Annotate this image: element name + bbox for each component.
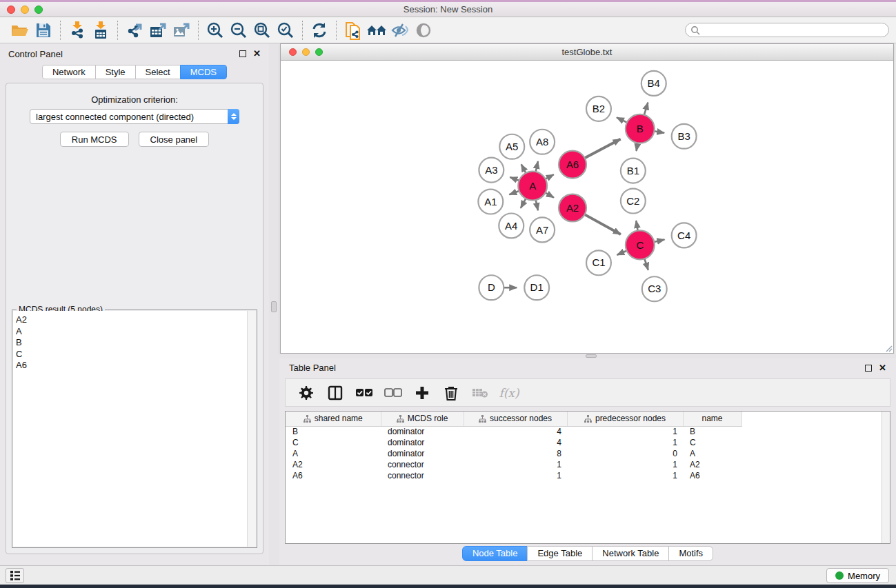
zoom-selected-button[interactable] [274,20,297,41]
search-field[interactable] [685,23,889,37]
horizontal-split-divider[interactable] [279,354,896,358]
result-list-item[interactable]: C [16,349,256,361]
graph-node-D[interactable]: D [479,275,504,300]
refresh-view-button[interactable] [308,20,331,41]
column-layout-button[interactable] [326,383,345,403]
hide-panels-button[interactable] [388,20,412,41]
node-table[interactable]: shared nameMCDS rolesuccessor nodesprede… [285,411,890,544]
import-table-button[interactable] [89,20,112,41]
edge-A-A2[interactable] [546,193,554,198]
table-cell[interactable]: 1 [464,459,567,470]
graph-node-C4[interactable]: C4 [672,223,697,247]
edge-A2-C[interactable] [585,214,621,234]
edge-A-A4[interactable] [521,199,526,208]
graph-node-A2[interactable]: A2 [559,194,586,222]
table-cell[interactable]: dominator [381,437,464,448]
tab-node-table[interactable]: Node Table [462,546,528,561]
edge-B-B4[interactable] [644,103,648,115]
table-row[interactable]: Adominator80A [286,448,741,459]
show-panel-button[interactable] [412,20,435,41]
graph-node-A7[interactable]: A7 [530,217,555,242]
divider-grip[interactable] [271,301,277,312]
deselect-all-columns-button[interactable] [384,383,403,403]
close-panel-icon[interactable]: ✕ [253,50,261,57]
network-canvas[interactable]: B4B2BB3A8A5A6A3B1AA1C2A2A4A7C4CC1DD1C3 [281,61,893,353]
edge-B-B2[interactable] [617,117,627,122]
create-column-button[interactable] [412,383,432,403]
float-panel-icon[interactable] [239,50,246,57]
result-list-item[interactable]: A2 [16,314,256,326]
tab-motifs[interactable]: Motifs [668,546,713,561]
result-list-item[interactable]: B [16,337,256,349]
edge-C-C4[interactable] [654,240,664,242]
mcds-result-listbox[interactable]: A2ABCA6 [13,311,256,547]
close-panel-icon[interactable]: ✕ [879,365,886,372]
search-input[interactable] [700,24,888,36]
edge-B-B3[interactable] [654,131,664,133]
table-row[interactable]: A2connector11A2 [286,459,741,470]
tab-network[interactable]: Network [42,65,96,79]
edge-A-A1[interactable] [509,191,519,194]
table-row[interactable]: Cdominator41C [286,437,741,448]
table-cell[interactable]: 4 [464,426,567,437]
edge-A-A8[interactable] [536,161,538,172]
graph-node-C1[interactable]: C1 [586,250,611,275]
tab-mcds[interactable]: MCDS [180,65,227,79]
table-cell[interactable]: A6 [683,470,741,481]
edge-C-C3[interactable] [644,258,648,270]
tab-network-table[interactable]: Network Table [592,546,669,561]
graph-node-A4[interactable]: A4 [499,213,524,238]
table-cell[interactable]: dominator [381,426,464,437]
edge-A-A5[interactable] [521,164,526,173]
column-header-name[interactable]: name [683,412,741,426]
edge-C-C2[interactable] [636,221,637,231]
show-all-panels-button[interactable] [365,20,388,41]
vertical-split-divider[interactable] [269,43,279,565]
zoom-fit-button[interactable] [250,20,274,41]
save-session-button[interactable] [32,20,55,41]
table-scrollbar[interactable] [882,412,890,543]
clone-network-button[interactable] [341,20,365,41]
graph-node-D1[interactable]: D1 [524,275,549,300]
table-cell[interactable]: connector [381,470,464,481]
table-cell[interactable]: A2 [286,459,381,470]
task-history-button[interactable] [6,568,24,583]
window-resize-grip[interactable] [884,344,893,352]
column-header-shared-name[interactable]: shared name [286,412,381,426]
table-cell[interactable]: 1 [567,470,683,481]
graph-node-B[interactable]: B [626,114,655,143]
column-header-predecessor-nodes[interactable]: predecessor nodes [567,412,683,426]
zoom-in-button[interactable] [203,20,227,41]
edge-C-C1[interactable] [617,251,627,255]
tab-edge-table[interactable]: Edge Table [527,546,593,561]
table-cell[interactable]: B [683,426,741,437]
graph-node-B2[interactable]: B2 [586,97,611,121]
network-graph[interactable]: B4B2BB3A8A5A6A3B1AA1C2A2A4A7C4CC1DD1C3 [281,61,893,353]
delete-column-button[interactable] [441,383,461,403]
memory-button[interactable]: Memory [826,568,889,583]
result-list-item[interactable]: A6 [16,360,256,372]
import-network-button[interactable] [66,20,89,41]
graph-node-B4[interactable]: B4 [641,71,666,96]
column-header-successor-nodes[interactable]: successor nodes [464,412,567,426]
table-cell[interactable]: A [286,448,381,459]
graph-node-A1[interactable]: A1 [478,190,503,214]
export-table-button[interactable] [146,20,170,41]
graph-node-A6[interactable]: A6 [559,151,586,179]
result-list-scrollbar[interactable] [247,311,256,547]
select-all-columns-button[interactable] [355,383,374,403]
table-cell[interactable]: 8 [464,448,567,459]
network-window-titlebar[interactable]: testGlobe.txt [281,44,893,61]
divider-grip[interactable] [586,354,597,358]
table-cell[interactable]: 4 [464,437,567,448]
criterion-select[interactable]: largest connected component (directed) [30,109,239,124]
table-cell[interactable]: C [286,437,381,448]
graph-node-C3[interactable]: C3 [642,276,667,301]
table-cell[interactable]: 0 [567,448,683,459]
result-list-item[interactable]: A [16,326,256,338]
export-image-button[interactable] [170,20,193,41]
graph-node-B3[interactable]: B3 [672,124,697,149]
float-panel-icon[interactable] [865,365,872,372]
table-cell[interactable]: dominator [381,448,464,459]
tab-select[interactable]: Select [135,65,181,79]
